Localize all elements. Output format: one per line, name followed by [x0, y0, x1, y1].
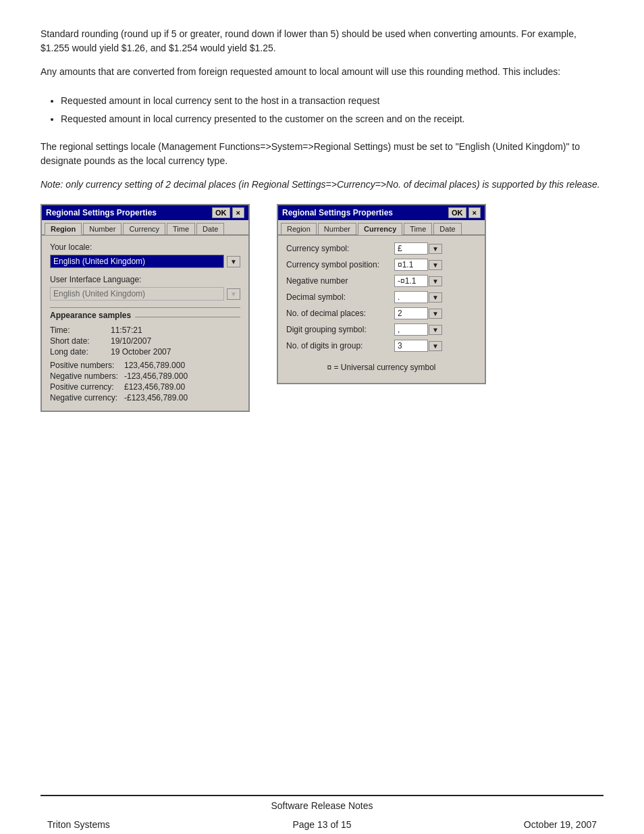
currency-symbol-row: Currency symbol: £ ▼ — [286, 242, 477, 255]
digit-grouping-row: Digit grouping symbol: , ▼ — [286, 323, 477, 336]
negative-number-row: Negative number -¤1.1 ▼ — [286, 275, 477, 287]
bullet-list: Requested amount in local currency sent … — [61, 94, 603, 130]
negative-number-value[interactable]: -¤1.1 — [394, 275, 428, 287]
ui-lang-dropdown-arrow: ▼ — [227, 288, 240, 300]
long-date-label: Long date: — [50, 347, 111, 357]
universal-note: ¤ = Universal currency symbol — [286, 359, 477, 376]
ui-lang-row: English (United Kingdom) ▼ — [50, 287, 240, 301]
tab2-currency[interactable]: Currency — [358, 223, 402, 235]
decimal-places-value[interactable]: 2 — [394, 307, 428, 319]
appearance-section: Appearance samples Time: 11:57:21 Short … — [50, 307, 240, 402]
digit-grouping-arrow[interactable]: ▼ — [429, 325, 442, 335]
neg-numbers-label: Negative numbers: — [50, 371, 124, 381]
ui-lang-select: English (United Kingdom) — [50, 287, 224, 301]
decimal-places-arrow[interactable]: ▼ — [429, 309, 442, 319]
short-date-label: Short date: — [50, 336, 111, 346]
pos-currency-label: Positive currency: — [50, 382, 124, 392]
dialog-region-tabs: Region Number Currency Time Date — [42, 220, 248, 236]
dialog-region-title-left: Regional Settings Properties — [46, 208, 157, 217]
locale-label: Your locale: — [50, 242, 240, 252]
short-date-value: 19/10/2007 — [111, 336, 151, 346]
tab2-number[interactable]: Number — [318, 223, 356, 234]
tab-time[interactable]: Time — [167, 223, 195, 234]
dialogs-row: Regional Settings Properties OK × Region… — [41, 204, 603, 412]
page: Standard rounding (round up if 5 or grea… — [0, 0, 644, 834]
currency-symbol-arrow[interactable]: ▼ — [429, 244, 442, 254]
short-date-row: Short date: 19/10/2007 — [50, 336, 240, 346]
dialog-region-close-button[interactable]: × — [232, 207, 244, 218]
tab-currency[interactable]: Currency — [123, 223, 165, 234]
decimal-symbol-value[interactable]: . — [394, 291, 428, 303]
negative-number-label: Negative number — [286, 276, 394, 286]
footer-doc-title: Software Release Notes — [230, 800, 413, 811]
pos-currency-row: Positive currency: £123,456,789.00 — [50, 382, 240, 392]
currency-position-label: Currency symbol position: — [286, 260, 394, 269]
digit-grouping-label: Digit grouping symbol: — [286, 325, 394, 334]
neg-currency-label: Negative currency: — [50, 393, 124, 402]
appearance-divider — [135, 317, 240, 317]
dialog-currency-controls: OK × — [448, 207, 481, 218]
currency-symbol-label: Currency symbol: — [286, 244, 394, 253]
tab2-region[interactable]: Region — [281, 223, 317, 234]
dialog-region-ok-button[interactable]: OK — [212, 207, 230, 218]
locale-select[interactable]: English (United Kingdom) — [50, 255, 224, 268]
appearance-title-row: Appearance samples — [50, 311, 240, 323]
dialog-region-title: Regional Settings Properties — [46, 208, 157, 217]
currency-position-arrow[interactable]: ▼ — [429, 260, 442, 270]
decimal-places-row: No. of decimal places: 2 ▼ — [286, 307, 477, 319]
dialog-currency-close-button[interactable]: × — [468, 207, 481, 218]
dialog-currency: Regional Settings Properties OK × Region… — [277, 204, 486, 384]
currency-position-value[interactable]: ¤1.1 — [394, 259, 428, 271]
dialog-region-titlebar: Regional Settings Properties OK × — [42, 205, 248, 220]
footer-date: October 19, 2007 — [414, 819, 597, 830]
footer-bottom: Triton Systems Page 13 of 15 October 19,… — [41, 815, 603, 834]
time-row: Time: 11:57:21 — [50, 325, 240, 335]
digit-grouping-value[interactable]: , — [394, 323, 428, 336]
currency-symbol-value[interactable]: £ — [394, 242, 428, 255]
digits-in-group-value[interactable]: 3 — [394, 340, 428, 352]
footer-page: Page 13 of 15 — [230, 819, 413, 830]
decimal-symbol-row: Decimal symbol: . ▼ — [286, 291, 477, 303]
tab2-date[interactable]: Date — [433, 223, 461, 234]
decimal-places-label: No. of decimal places: — [286, 309, 394, 318]
spacer — [41, 432, 603, 795]
footer-right-spacer — [414, 800, 597, 811]
ui-lang-label: User Interface Language: — [50, 275, 240, 284]
footer-company: Triton Systems — [47, 819, 230, 830]
locale-dropdown-arrow[interactable]: ▼ — [227, 256, 240, 267]
appearance-numbers: Positive numbers: 123,456,789.000 Negati… — [50, 361, 240, 402]
pos-numbers-value: 123,456,789.000 — [124, 361, 185, 370]
time-label: Time: — [50, 325, 111, 335]
dialog-currency-ok-button[interactable]: OK — [448, 207, 466, 218]
pos-numbers-row: Positive numbers: 123,456,789.000 — [50, 361, 240, 370]
tab2-time[interactable]: Time — [404, 223, 432, 234]
digits-in-group-label: No. of digits in group: — [286, 341, 394, 350]
footer: Software Release Notes Triton Systems Pa… — [41, 795, 603, 834]
paragraph-1: Standard rounding (round up if 5 or grea… — [41, 27, 603, 55]
footer-inner: Software Release Notes — [41, 796, 603, 815]
currency-position-row: Currency symbol position: ¤1.1 ▼ — [286, 259, 477, 271]
digits-in-group-row: No. of digits in group: 3 ▼ — [286, 340, 477, 352]
long-date-row: Long date: 19 October 2007 — [50, 347, 240, 357]
tab-number[interactable]: Number — [83, 223, 122, 234]
digits-in-group-arrow[interactable]: ▼ — [429, 341, 442, 351]
negative-number-arrow[interactable]: ▼ — [429, 276, 442, 286]
italic-note: Note: only currency setting of 2 decimal… — [41, 178, 603, 192]
tab-region[interactable]: Region — [45, 223, 82, 235]
neg-currency-value: -£123,456,789.00 — [124, 393, 188, 402]
dialog-currency-title-left: Regional Settings Properties — [282, 208, 393, 217]
dialog-region: Regional Settings Properties OK × Region… — [41, 204, 250, 412]
time-value: 11:57:21 — [111, 325, 142, 335]
dialog-region-controls: OK × — [212, 207, 244, 218]
paragraph-2: Any amounts that are converted from fore… — [41, 65, 603, 79]
neg-numbers-row: Negative numbers: -123,456,789.000 — [50, 371, 240, 381]
neg-numbers-value: -123,456,789.000 — [124, 371, 188, 381]
tab-date[interactable]: Date — [196, 223, 224, 234]
pos-numbers-label: Positive numbers: — [50, 361, 124, 370]
long-date-value: 19 October 2007 — [111, 347, 171, 357]
decimal-symbol-arrow[interactable]: ▼ — [429, 292, 442, 303]
dialog-currency-titlebar: Regional Settings Properties OK × — [278, 205, 485, 220]
dialog-currency-title: Regional Settings Properties — [282, 208, 393, 217]
pos-currency-value: £123,456,789.00 — [124, 382, 185, 392]
bullet-item-1: Requested amount in local currency sent … — [61, 94, 603, 108]
